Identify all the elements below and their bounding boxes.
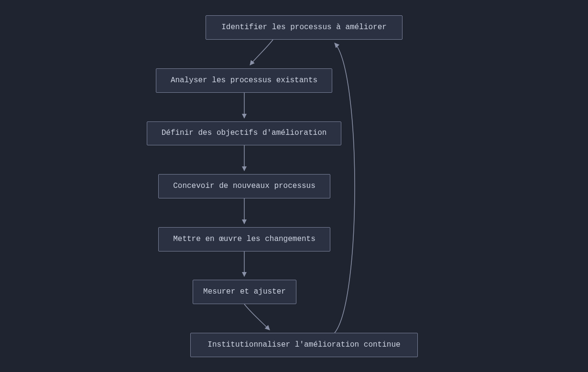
node-label: Mettre en œuvre les changements xyxy=(173,235,316,244)
node-implement: Mettre en œuvre les changements xyxy=(158,227,330,252)
node-label: Concevoir de nouveaux processus xyxy=(173,182,316,191)
node-design: Concevoir de nouveaux processus xyxy=(158,174,330,198)
node-label: Institutionnaliser l'amélioration contin… xyxy=(207,340,400,350)
node-label: Identifier les processus à améliorer xyxy=(221,23,387,32)
edge-n1-n2 xyxy=(250,40,273,65)
node-label: Mesurer et ajuster xyxy=(203,287,286,296)
node-identify: Identifier les processus à améliorer xyxy=(206,15,403,40)
node-measure: Mesurer et ajuster xyxy=(193,280,296,304)
node-label: Définir des objectifs d'amélioration xyxy=(162,129,327,138)
node-institutionalize: Institutionnaliser l'amélioration contin… xyxy=(190,333,418,357)
node-define: Définir des objectifs d'amélioration xyxy=(147,121,341,145)
edge-n7-n1-loop xyxy=(335,43,355,333)
node-analyze: Analyser les processus existants xyxy=(156,68,332,93)
edge-n6-n7 xyxy=(244,304,270,330)
node-label: Analyser les processus existants xyxy=(171,76,317,85)
flowchart-canvas: Identifier les processus à améliorer Ana… xyxy=(0,0,588,372)
